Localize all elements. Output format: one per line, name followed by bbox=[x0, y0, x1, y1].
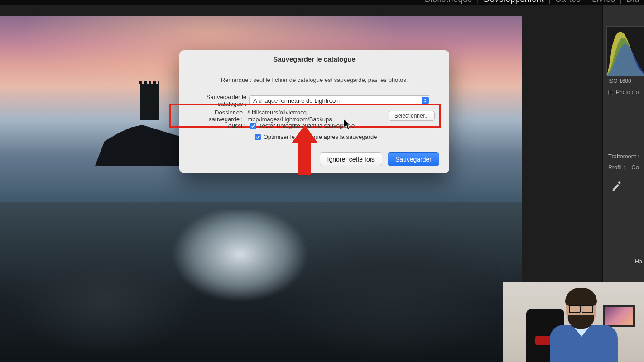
checkbox-checked-icon bbox=[255, 134, 261, 140]
also-label: Aussi : bbox=[179, 122, 248, 129]
module-tabs: Bibliothèque | Développement | Cartes | … bbox=[0, 0, 644, 5]
dialog-title: Sauvegarder le catalogue bbox=[179, 50, 449, 63]
highlights-label-partial: Ha bbox=[634, 258, 642, 265]
profile-label: Profil : bbox=[608, 164, 625, 171]
test-integrity-label: Tester l'intégrité avant la sauvegarde bbox=[259, 122, 355, 129]
tab-book[interactable]: Livres bbox=[587, 0, 620, 4]
dialog-note: Remarque : seul le fichier de catalogue … bbox=[179, 76, 449, 83]
save-button[interactable]: Sauvegarder bbox=[388, 152, 439, 166]
optimize-checkbox[interactable]: Optimiser le catalogue après la sauvegar… bbox=[255, 133, 377, 140]
profile-row[interactable]: Profil : Co bbox=[608, 164, 639, 171]
backup-catalog-dialog: Sauvegarder le catalogue Remarque : seul… bbox=[179, 50, 449, 173]
original-photo-toggle[interactable]: Photo d'o bbox=[608, 89, 639, 95]
profile-value: Co bbox=[631, 164, 639, 171]
histogram[interactable] bbox=[606, 26, 644, 76]
checkbox-checked-icon bbox=[250, 123, 256, 129]
tab-library[interactable]: Bibliothèque bbox=[420, 0, 477, 4]
webcam-overlay bbox=[503, 282, 644, 362]
dropdown-arrows-icon bbox=[422, 97, 429, 104]
treatment-label: Traitement : bbox=[608, 153, 639, 160]
select-folder-button[interactable]: Sélectionner... bbox=[389, 111, 435, 121]
dialog-buttons: Ignorer cette fois Sauvegarder bbox=[320, 152, 439, 166]
backup-folder-path: /Utilisateurs/olivierrocq-mbp/Images/Lig… bbox=[245, 109, 387, 123]
presenter bbox=[545, 290, 622, 362]
backup-folder-label: Dossier de sauvegarde : bbox=[183, 109, 245, 123]
backup-frequency-value: A chaque fermeture de Lightroom bbox=[253, 97, 341, 104]
tab-develop[interactable]: Développement bbox=[479, 0, 548, 4]
ignore-button[interactable]: Ignorer cette fois bbox=[320, 152, 382, 166]
test-integrity-checkbox[interactable]: Tester l'intégrité avant la sauvegarde bbox=[250, 122, 355, 129]
iso-readout: ISO 1600 bbox=[608, 78, 631, 84]
original-photo-label: Photo d'o bbox=[616, 89, 639, 95]
checkbox-icon bbox=[608, 90, 613, 95]
also-row: Aussi : Tester l'intégrité avant la sauv… bbox=[179, 122, 449, 129]
tab-map[interactable]: Cartes bbox=[551, 0, 585, 4]
white-balance-dropper[interactable] bbox=[609, 181, 625, 192]
optimize-label: Optimiser le catalogue après la sauvegar… bbox=[264, 133, 377, 140]
tab-slideshow[interactable]: Dia bbox=[622, 0, 644, 4]
optimize-row: Optimiser le catalogue après la sauvegar… bbox=[179, 133, 449, 140]
